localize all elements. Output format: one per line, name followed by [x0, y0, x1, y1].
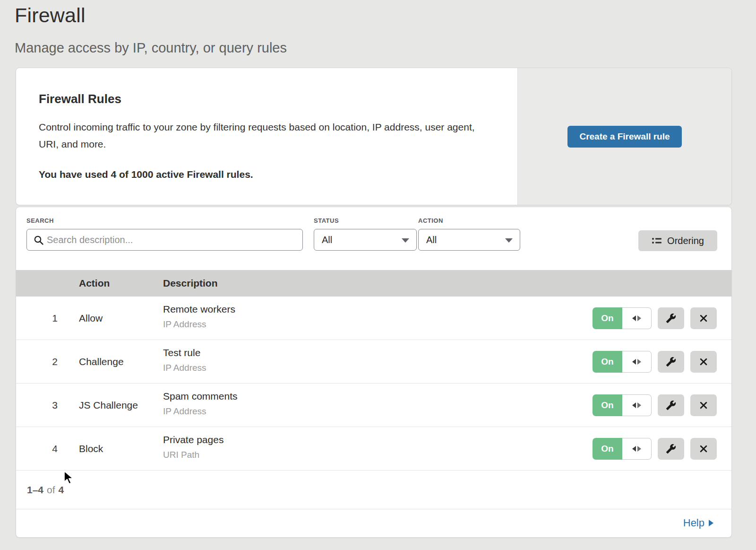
triangle-left-icon	[632, 402, 636, 408]
rule-action: Block	[79, 427, 103, 470]
close-icon	[699, 401, 708, 410]
wrench-icon	[666, 400, 676, 410]
rule-description-cell: Spam comments IP Address	[163, 391, 238, 417]
rule-description-cell: Test rule IP Address	[163, 347, 206, 373]
rule-description-cell: Remote workers IP Address	[163, 304, 235, 330]
close-icon	[699, 444, 708, 454]
create-rule-panel: Create a Firewall rule	[517, 68, 731, 205]
search-label: SEARCH	[26, 217, 303, 224]
status-select[interactable]: All	[314, 229, 417, 251]
action-label: ACTION	[418, 217, 520, 224]
ordering-button-label: Ordering	[667, 236, 704, 246]
delete-rule-button[interactable]	[690, 438, 717, 460]
rule-enabled-toggle[interactable]: On	[593, 438, 652, 460]
column-header-description: Description	[163, 270, 218, 297]
rule-description: Remote workers	[163, 304, 235, 315]
toggle-drag-handle[interactable]	[622, 307, 652, 329]
rule-action: Challenge	[79, 340, 124, 383]
list-ordering-icon	[652, 236, 662, 245]
pagination: 1–4 of 4	[16, 471, 731, 509]
action-select[interactable]: All	[418, 229, 520, 251]
page-subtitle: Manage access by IP, country, or query r…	[15, 40, 287, 56]
rule-priority: 3	[44, 384, 65, 427]
close-icon	[699, 357, 708, 367]
rule-enabled-toggle[interactable]: On	[593, 351, 652, 373]
triangle-left-icon	[632, 446, 636, 452]
filter-bar: SEARCH STATUS All ACTION All	[16, 207, 731, 270]
toggle-on-label[interactable]: On	[593, 351, 622, 373]
pagination-total: 4	[59, 484, 64, 496]
chevron-down-icon	[505, 238, 513, 243]
rule-priority: 2	[44, 340, 65, 383]
edit-rule-button[interactable]	[658, 394, 684, 416]
rule-description: Test rule	[163, 347, 206, 358]
rule-enabled-toggle[interactable]: On	[593, 307, 652, 329]
rule-action: Allow	[79, 297, 103, 340]
rule-controls: On	[593, 307, 717, 329]
help-link-label: Help	[683, 517, 704, 529]
delete-rule-button[interactable]	[690, 351, 717, 373]
search-input[interactable]	[47, 229, 300, 250]
toggle-on-label[interactable]: On	[593, 438, 622, 460]
triangle-right-icon	[637, 359, 641, 365]
edit-rule-button[interactable]	[658, 351, 684, 373]
table-row: 1 Allow Remote workers IP Address On	[16, 297, 731, 340]
firewall-rules-info: Firewall Rules Control incoming traffic …	[16, 68, 517, 205]
card-description: Control incoming traffic to your zone by…	[39, 119, 488, 153]
table-row: 2 Challenge Test rule IP Address On	[16, 340, 731, 384]
triangle-left-icon	[632, 315, 636, 321]
table-row: 3 JS Challenge Spam comments IP Address …	[16, 384, 731, 427]
triangle-right-icon	[637, 402, 641, 408]
rule-description: Spam comments	[163, 391, 238, 402]
search-icon	[34, 235, 44, 245]
table-row: 4 Block Private pages URI Path On	[16, 427, 731, 471]
wrench-icon	[666, 444, 676, 454]
card-footer: Help	[16, 509, 731, 538]
rule-controls: On	[593, 351, 717, 373]
delete-rule-button[interactable]	[690, 394, 717, 416]
ordering-button[interactable]: Ordering	[638, 230, 717, 251]
rules-list-card: SEARCH STATUS All ACTION All	[16, 207, 732, 538]
create-firewall-rule-button[interactable]: Create a Firewall rule	[567, 126, 681, 148]
help-link[interactable]: Help	[683, 517, 713, 529]
rules-table-body: 1 Allow Remote workers IP Address On	[16, 297, 731, 471]
triangle-right-icon	[637, 315, 641, 321]
rules-usage-note: You have used 4 of 1000 active Firewall …	[39, 169, 495, 180]
rule-controls: On	[593, 438, 717, 460]
rule-description: Private pages	[163, 434, 223, 445]
toggle-on-label[interactable]: On	[593, 394, 622, 416]
rule-controls: On	[593, 394, 717, 416]
chevron-down-icon	[402, 238, 409, 243]
wrench-icon	[666, 357, 676, 367]
page-title: Firewall	[15, 4, 287, 27]
toggle-on-label[interactable]: On	[593, 307, 622, 329]
rule-match-field: URI Path	[163, 450, 223, 460]
pagination-range: 1–4	[27, 484, 43, 496]
rule-match-field: IP Address	[163, 363, 206, 373]
wrench-icon	[666, 313, 676, 323]
page-header: Firewall Manage access by IP, country, o…	[15, 4, 287, 56]
search-filter-group: SEARCH	[26, 217, 303, 251]
edit-rule-button[interactable]	[658, 438, 684, 460]
triangle-left-icon	[632, 359, 636, 365]
chevron-right-icon	[709, 520, 713, 526]
toggle-drag-handle[interactable]	[622, 351, 652, 373]
action-selected-value: All	[426, 235, 437, 245]
column-header-action: Action	[79, 270, 110, 297]
pagination-of: of	[47, 484, 55, 496]
delete-rule-button[interactable]	[690, 307, 717, 329]
triangle-right-icon	[637, 446, 641, 452]
rule-enabled-toggle[interactable]: On	[593, 394, 652, 416]
firewall-rules-card: Firewall Rules Control incoming traffic …	[16, 68, 732, 205]
edit-rule-button[interactable]	[658, 307, 684, 329]
rule-description-cell: Private pages URI Path	[163, 434, 223, 460]
rule-priority: 1	[44, 297, 65, 340]
search-box	[26, 229, 303, 251]
rule-match-field: IP Address	[163, 406, 238, 417]
toggle-drag-handle[interactable]	[622, 438, 652, 460]
table-header: Action Description	[16, 270, 731, 297]
toggle-drag-handle[interactable]	[622, 394, 652, 416]
action-filter-group: ACTION All	[418, 217, 520, 251]
card-heading: Firewall Rules	[39, 92, 495, 106]
rule-priority: 4	[44, 427, 65, 470]
